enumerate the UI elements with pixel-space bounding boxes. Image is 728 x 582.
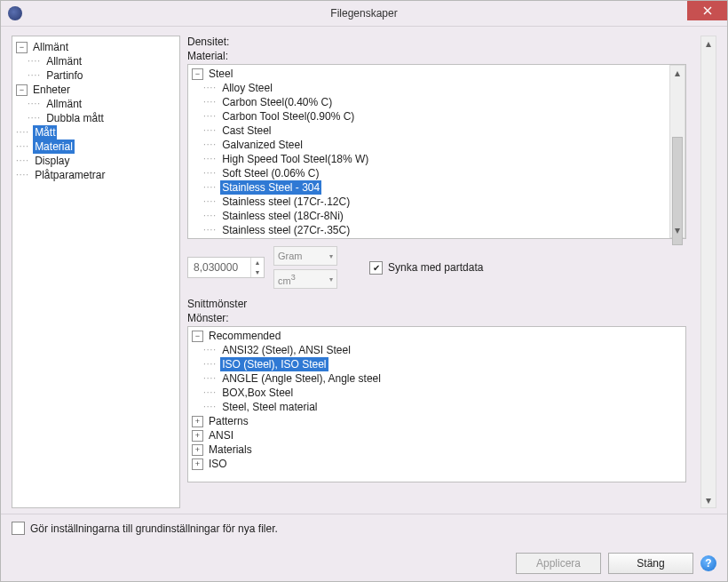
help-icon[interactable]: ? bbox=[700, 555, 716, 571]
material-item[interactable]: High Speed Tool Steel(18% W) bbox=[220, 152, 370, 166]
material-item[interactable]: Alloy Steel bbox=[220, 81, 274, 95]
volume-unit-combo[interactable]: cm3▾ bbox=[273, 269, 337, 289]
expand-icon[interactable]: + bbox=[192, 430, 203, 442]
nav-allmant-sub[interactable]: Allmänt bbox=[44, 54, 83, 68]
material-item[interactable]: Soft Steel (0.06% C) bbox=[220, 166, 320, 180]
material-item[interactable]: Stainless Steel - 304 bbox=[220, 180, 321, 195]
chevron-down-icon: ▾ bbox=[329, 252, 333, 260]
pattern-item[interactable]: Steel, Steel material bbox=[220, 400, 319, 414]
close-dialog-button[interactable]: Stäng bbox=[608, 553, 693, 574]
nav-material[interactable]: Material bbox=[33, 140, 75, 154]
pattern-recommended[interactable]: Recommended bbox=[207, 329, 282, 343]
nav-dubbla-matt[interactable]: Dubbla mått bbox=[44, 111, 106, 125]
material-item[interactable]: Stainless steel (27Cr-.35C) bbox=[220, 223, 352, 237]
expand-icon[interactable]: + bbox=[192, 416, 203, 427]
material-item[interactable]: Galvanized Steel bbox=[220, 138, 305, 152]
nav-allmant[interactable]: Allmänt bbox=[31, 40, 70, 54]
mass-unit-value: Gram bbox=[278, 251, 303, 261]
window-title: Filegenskaper bbox=[1, 7, 727, 20]
pattern-item[interactable]: ANGLE (Angle Steel), Angle steel bbox=[220, 371, 383, 386]
chevron-up-icon[interactable]: ▴ bbox=[701, 36, 716, 51]
chevron-up-icon[interactable]: ▴ bbox=[670, 66, 684, 80]
nav-display[interactable]: Display bbox=[33, 154, 71, 168]
collapse-icon[interactable]: − bbox=[16, 42, 28, 53]
nav-enheter-allmant[interactable]: Allmänt bbox=[44, 97, 83, 111]
expand-icon[interactable]: + bbox=[192, 458, 203, 470]
volume-unit-value: cm3 bbox=[278, 273, 296, 286]
density-value[interactable] bbox=[188, 261, 250, 274]
footer: Gör inställningarna till grundinställnin… bbox=[1, 514, 727, 581]
close-icon bbox=[703, 6, 712, 15]
density-input[interactable]: ▲ ▼ bbox=[187, 257, 265, 278]
label-densitet: Densitet: bbox=[187, 36, 686, 48]
checkbox-icon bbox=[12, 522, 25, 535]
close-button[interactable] bbox=[687, 1, 727, 20]
collapse-icon[interactable]: − bbox=[192, 68, 203, 80]
pattern-group[interactable]: ISO bbox=[207, 457, 229, 471]
material-item[interactable]: Cast Steel bbox=[220, 124, 273, 138]
sync-label: Synka med partdata bbox=[388, 261, 483, 274]
chevron-down-icon[interactable]: ▾ bbox=[670, 223, 684, 237]
apply-button[interactable]: Applicera bbox=[516, 553, 601, 574]
scrollbar[interactable]: ▴ ▾ bbox=[669, 65, 685, 238]
material-item[interactable]: Carbon Steel(0.40% C) bbox=[220, 95, 334, 109]
nav-enheter[interactable]: Enheter bbox=[31, 83, 72, 97]
expand-icon[interactable]: + bbox=[192, 444, 203, 456]
collapse-icon[interactable]: − bbox=[192, 331, 203, 342]
label-material: Material: bbox=[187, 50, 686, 62]
spin-down-icon[interactable]: ▼ bbox=[251, 267, 264, 277]
nav-partinfo[interactable]: Partinfo bbox=[44, 68, 84, 83]
material-tree[interactable]: −Steel ····Alloy Steel····Carbon Steel(0… bbox=[187, 64, 686, 239]
default-settings-label: Gör inställningarna till grundinställnin… bbox=[30, 522, 278, 535]
label-monster: Mönster: bbox=[187, 312, 686, 324]
checkbox-checked-icon: ✔ bbox=[369, 261, 383, 275]
mass-unit-combo[interactable]: Gram▾ bbox=[273, 246, 337, 266]
collapse-icon[interactable]: − bbox=[16, 84, 28, 96]
label-snittmonster: Snittmönster bbox=[187, 298, 686, 310]
pattern-group[interactable]: Materials bbox=[207, 442, 254, 457]
spin-up-icon[interactable]: ▲ bbox=[251, 258, 264, 267]
chevron-down-icon: ▾ bbox=[329, 275, 333, 283]
nav-matt[interactable]: Mått bbox=[33, 125, 57, 140]
pattern-group[interactable]: ANSI bbox=[207, 428, 235, 442]
sync-checkbox[interactable]: ✔ Synka med partdata bbox=[369, 261, 483, 275]
pane-scrollbar[interactable]: ▴ ▾ bbox=[700, 36, 716, 508]
material-item[interactable]: Stainless steel (17Cr-.12C) bbox=[220, 195, 352, 209]
material-item[interactable]: Carbon Tool Steel(0.90% C) bbox=[220, 109, 356, 124]
pattern-item[interactable]: BOX,Box Steel bbox=[220, 386, 295, 400]
pattern-tree[interactable]: −Recommended ····ANSI32 (Steel), ANSI St… bbox=[187, 326, 686, 482]
category-tree[interactable]: −Allmänt ····Allmänt ····Partinfo −Enhet… bbox=[12, 36, 180, 508]
material-item[interactable]: Stainless steel (18Cr-8Ni) bbox=[220, 209, 345, 223]
nav-platparam[interactable]: Plåtparametrar bbox=[33, 168, 107, 182]
pattern-item[interactable]: ANSI32 (Steel), ANSI Steel bbox=[220, 343, 352, 357]
default-settings-checkbox[interactable]: Gör inställningarna till grundinställnin… bbox=[12, 522, 716, 535]
dialog-filegenskaper: Filegenskaper −Allmänt ····Allmänt ····P… bbox=[0, 0, 728, 582]
titlebar: Filegenskaper bbox=[1, 1, 727, 27]
chevron-down-icon[interactable]: ▾ bbox=[701, 493, 716, 507]
material-root[interactable]: Steel bbox=[207, 67, 234, 81]
pattern-group[interactable]: Patterns bbox=[207, 414, 250, 428]
pattern-item[interactable]: ISO (Steel), ISO Steel bbox=[220, 357, 328, 371]
